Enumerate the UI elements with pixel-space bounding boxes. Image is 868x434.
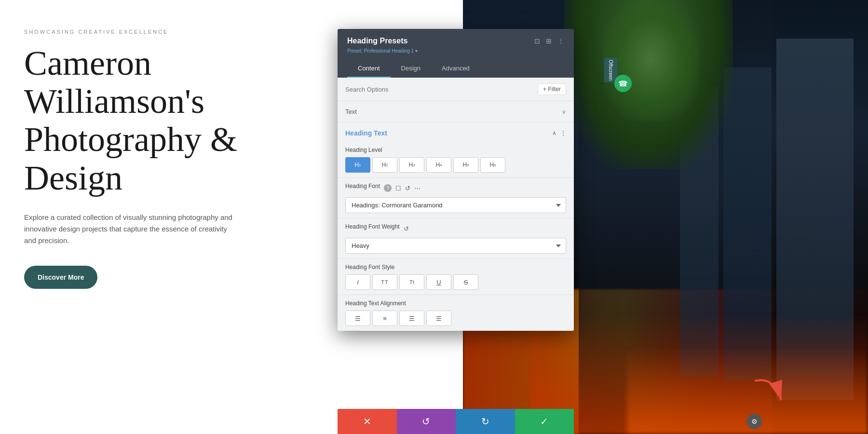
- heading-h4-button[interactable]: H4: [426, 157, 451, 173]
- heading-font-weight-select[interactable]: Heavy: [345, 238, 566, 254]
- reset-icon[interactable]: ↺: [405, 185, 410, 192]
- heading-presets-panel: Heading Presets ⊡ ⊞ ⋮ Preset: Profession…: [338, 29, 574, 331]
- panel-tabs: Content Design Advanced: [347, 60, 564, 78]
- site-title: Cameron Williamson's Photography & Desig…: [24, 44, 313, 197]
- tab-content[interactable]: Content: [347, 60, 391, 78]
- heading-text-section: Heading Text ∧ ⋮ Heading Level H1 H2 H3 …: [338, 122, 574, 331]
- heading-h3-button[interactable]: H3: [399, 157, 424, 173]
- heading-font-select[interactable]: Headings: Cormorant Garamond: [345, 197, 566, 213]
- minimize-icon[interactable]: ⊡: [534, 37, 540, 45]
- heading-h5-button[interactable]: H5: [453, 157, 478, 173]
- capitalize-button[interactable]: Tt: [399, 274, 424, 290]
- align-left-button[interactable]: ☰: [345, 311, 370, 326]
- phone-icon[interactable]: ☎: [614, 75, 632, 92]
- heading-font-style-group: Heading Font Style I TT Tt U S: [338, 259, 574, 295]
- text-section-label: Text: [345, 108, 357, 115]
- filter-button[interactable]: + Filter: [538, 83, 566, 95]
- search-bar: + Filter: [338, 78, 574, 101]
- heading-h2-button[interactable]: H2: [372, 157, 397, 173]
- uppercase-button[interactable]: TT: [372, 274, 397, 290]
- section-more-icon[interactable]: ⋮: [560, 130, 566, 136]
- weight-reset-icon[interactable]: ↺: [404, 225, 409, 232]
- heading-h1-button[interactable]: H1: [345, 157, 370, 173]
- align-center-button[interactable]: ≡: [372, 311, 397, 326]
- text-section[interactable]: Text ∨: [338, 101, 574, 122]
- alignment-buttons: ☰ ≡ ☰ ☰: [345, 311, 566, 326]
- font-style-buttons: I TT Tt U S: [345, 274, 566, 290]
- heading-section-header: Heading Text ∧ ⋮: [338, 122, 574, 142]
- heading-level-label: Heading Level: [345, 147, 566, 153]
- help-icon[interactable]: ?: [384, 184, 392, 192]
- heading-font-weight-label-row: Heading Font Weight ↺: [345, 223, 566, 234]
- save-button[interactable]: ✓: [515, 409, 574, 434]
- panel-title-row: Heading Presets ⊡ ⊞ ⋮: [347, 37, 564, 45]
- panel-header-icons: ⊡ ⊞ ⋮: [534, 37, 564, 45]
- heading-text-alignment-label: Heading Text Alignment: [345, 300, 566, 307]
- heading-font-group: Heading Font ? ☐ ↺ ⋯ Headings: Cormorant…: [338, 178, 574, 218]
- heading-text-alignment-group: Heading Text Alignment ☰ ≡ ☰ ☰: [338, 295, 574, 331]
- tab-design[interactable]: Design: [391, 60, 431, 78]
- action-bar: ✕ ↺ ↻ ✓: [338, 409, 574, 434]
- font-more-icon[interactable]: ⋯: [414, 185, 420, 192]
- heading-section-controls: ∧ ⋮: [552, 130, 566, 136]
- panel-body: + Filter Text ∨ Heading Text ∧ ⋮ Heading…: [338, 78, 574, 331]
- heading-font-weight-group: Heading Font Weight ↺ Heavy: [338, 218, 574, 258]
- search-input[interactable]: [345, 86, 538, 93]
- preset-selector[interactable]: Preset: Professional Heading 1 ▾: [347, 47, 564, 54]
- heading-level-group: Heading Level H1 H2 H3 H4 H5 H6: [338, 142, 574, 177]
- discover-more-button[interactable]: Discover More: [24, 266, 97, 289]
- italic-button[interactable]: I: [345, 274, 370, 290]
- collapse-icon[interactable]: ∧: [552, 130, 556, 136]
- underline-button[interactable]: U: [426, 274, 451, 290]
- heading-h6-button[interactable]: H6: [480, 157, 505, 173]
- align-right-button[interactable]: ☰: [399, 311, 424, 326]
- heading-font-style-label: Heading Font Style: [345, 264, 566, 271]
- strikethrough-button[interactable]: S: [453, 274, 478, 290]
- panel-title: Heading Presets: [347, 37, 407, 45]
- heading-font-label-row: Heading Font ? ☐ ↺ ⋯: [345, 183, 566, 193]
- heading-font-weight-label: Heading Font Weight: [345, 223, 400, 230]
- red-arrow-indicator: [745, 371, 793, 420]
- mobile-preview-icon[interactable]: ☐: [395, 185, 401, 192]
- split-icon[interactable]: ⊞: [546, 37, 552, 45]
- cancel-button[interactable]: ✕: [338, 409, 397, 434]
- heading-font-label: Heading Font: [345, 183, 380, 190]
- text-collapse-arrow: ∨: [562, 108, 566, 115]
- align-justify-button[interactable]: ☰: [426, 311, 451, 326]
- more-options-icon[interactable]: ⋮: [557, 37, 564, 45]
- heading-section-title: Heading Text: [345, 129, 387, 137]
- panel-header: Heading Presets ⊡ ⊞ ⋮ Preset: Profession…: [338, 29, 574, 78]
- undo-button[interactable]: ↺: [397, 409, 456, 434]
- site-subtitle: SHOWCASING CREATIVE EXCELLENCE: [24, 29, 313, 35]
- settings-float-button[interactable]: ⚙: [746, 414, 762, 429]
- redo-button[interactable]: ↻: [456, 409, 515, 434]
- tab-advanced[interactable]: Advanced: [431, 60, 480, 78]
- website-content-area: SHOWCASING CREATIVE EXCELLENCE Cameron W…: [0, 0, 338, 434]
- heading-level-buttons: H1 H2 H3 H4 H5 H6: [345, 157, 566, 173]
- site-description: Explore a curated collection of visually…: [24, 212, 236, 246]
